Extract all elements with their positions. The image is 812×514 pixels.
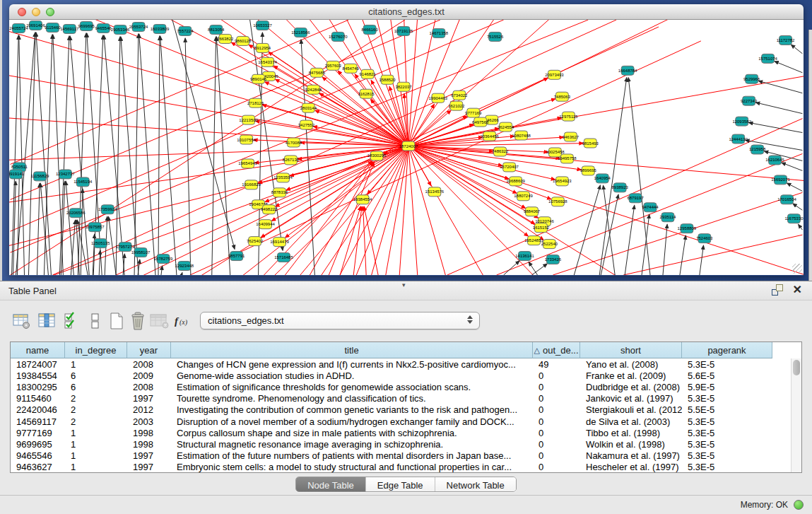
graph-edge[interactable] xyxy=(363,206,367,275)
cell-title[interactable]: Structural magnetic resonance image aver… xyxy=(171,438,533,450)
graph-node[interactable]: 16210645 xyxy=(765,156,784,165)
graph-node[interactable]: 11545194 xyxy=(73,177,93,187)
column-header[interactable]: pagerank xyxy=(682,342,772,358)
graph-edge[interactable] xyxy=(19,35,25,275)
graph-node[interactable]: 19495758 xyxy=(558,154,577,163)
float-panel-icon[interactable] xyxy=(772,284,783,296)
graph-node[interactable]: 15716485 xyxy=(274,253,293,262)
graph-node[interactable]: 1621022 xyxy=(448,101,465,110)
graph-node[interactable]: 16914479 xyxy=(270,238,289,247)
graph-node[interactable]: 15134576 xyxy=(425,187,445,197)
graph-node[interactable]: 1588520 xyxy=(379,75,396,84)
cell-out_degree[interactable]: 0 xyxy=(533,370,580,381)
cell-out_degree[interactable]: 0 xyxy=(533,393,580,404)
cell-title[interactable]: Disruption of a novel member of a sodium… xyxy=(171,416,533,427)
graph-node[interactable]: 9857791 xyxy=(228,252,245,261)
graph-node[interactable]: 7557224 xyxy=(177,26,194,35)
cell-name[interactable]: 9777169 xyxy=(11,427,65,438)
graph-node[interactable]: 9465546 xyxy=(95,23,112,33)
graph-edge[interactable] xyxy=(158,36,160,275)
graph-edge[interactable] xyxy=(604,185,616,275)
graph-node[interactable]: 14569117 xyxy=(60,24,79,33)
table-row[interactable]: 1456911722003Disruption of a novel membe… xyxy=(11,416,801,427)
new-table-icon[interactable] xyxy=(106,310,127,332)
graph-node[interactable]: 2522540 xyxy=(541,240,558,249)
graph-edge[interactable] xyxy=(798,224,802,230)
close-panel-icon[interactable]: ✕ xyxy=(793,284,802,296)
network-table-selector[interactable]: citations_edges.txt xyxy=(200,312,480,329)
scrollbar-thumb[interactable] xyxy=(793,360,800,375)
cell-short[interactable]: Stergiakouli et al. (2012) xyxy=(580,404,682,416)
cell-name[interactable]: 18724007 xyxy=(11,358,65,370)
cell-name[interactable]: 18300295 xyxy=(11,381,65,392)
table-row[interactable]: 977716911998Corpus callosum shape and si… xyxy=(11,427,801,438)
graph-node[interactable]: 29053346 xyxy=(111,25,130,34)
graph-node[interactable]: 3427552 xyxy=(298,120,315,129)
graph-edge[interactable] xyxy=(18,174,20,275)
graph-edge[interactable] xyxy=(787,183,802,191)
graph-node[interactable]: 12958809 xyxy=(678,224,697,233)
graph-node[interactable]: 12093582 xyxy=(732,117,751,126)
splitter-handle-icon[interactable]: ▾ xyxy=(402,281,406,288)
graph-edge[interactable] xyxy=(758,81,802,93)
graph-edge[interactable] xyxy=(628,78,650,275)
cell-pagerank[interactable]: 5.3E-5 xyxy=(682,427,772,438)
tab-node-table[interactable]: Node Table xyxy=(296,477,366,492)
cell-title[interactable]: Estimation of the future numbers of pati… xyxy=(171,450,533,462)
graph-node[interactable]: 12444130 xyxy=(729,134,748,144)
graph-node[interactable]: 9463627 xyxy=(563,132,579,141)
graph-edge[interactable] xyxy=(700,245,704,275)
graph-edge[interactable] xyxy=(59,36,69,275)
graph-edge[interactable] xyxy=(532,264,548,275)
cell-name[interactable]: 9699695 xyxy=(11,438,65,450)
cell-title[interactable]: Investigating the contribution of common… xyxy=(171,404,533,416)
graph-node[interactable]: 16648784 xyxy=(618,66,637,75)
graph-node[interactable]: 12342737 xyxy=(56,170,75,179)
graph-node[interactable]: 9242848 xyxy=(305,85,322,94)
graph-edge[interactable] xyxy=(408,146,804,233)
graph-node[interactable]: 16033809 xyxy=(151,24,170,33)
cell-title[interactable]: Tourette syndrome. Phenomenology and cla… xyxy=(171,393,533,404)
delete-rows-icon[interactable] xyxy=(127,310,148,332)
show-columns-icon[interactable] xyxy=(37,310,58,332)
graph-node[interactable]: 11172782 xyxy=(777,35,795,45)
graph-node[interactable]: 14671358 xyxy=(430,28,449,37)
cell-name[interactable]: 9463627 xyxy=(11,462,65,473)
graph-node[interactable]: 12975115 xyxy=(559,112,578,121)
graph-node[interactable]: 19654943 xyxy=(238,159,257,168)
graph-edge[interactable] xyxy=(338,71,408,146)
graph-node[interactable]: 10807488 xyxy=(512,131,531,140)
graph-node[interactable]: 8813054 xyxy=(208,25,225,34)
graph-edge[interactable] xyxy=(782,163,803,170)
cell-out_degree[interactable]: 0 xyxy=(533,438,580,450)
graph-edge[interactable] xyxy=(408,20,778,146)
graph-edge[interactable] xyxy=(748,122,802,132)
cell-out_degree[interactable]: 0 xyxy=(533,450,580,462)
cell-out_degree[interactable]: 0 xyxy=(533,427,580,438)
cell-pagerank[interactable]: 5.3E-5 xyxy=(682,462,772,473)
graph-node[interactable]: 3624554 xyxy=(498,122,514,132)
table-settings-icon[interactable] xyxy=(11,310,33,332)
graph-edge[interactable] xyxy=(755,103,802,114)
graph-node[interactable]: 9860128 xyxy=(235,36,252,45)
cell-name[interactable]: 9115460 xyxy=(11,393,65,404)
graph-node[interactable]: 19384554 xyxy=(353,195,372,204)
network-graph[interactable]: 1872400718300295193845541513457676638229… xyxy=(9,20,804,275)
cell-year[interactable]: 2003 xyxy=(127,416,171,427)
cell-title[interactable]: Changes of HCN gene expression and I(f) … xyxy=(171,358,533,370)
table-row[interactable]: 1830029562008Estimation of significance … xyxy=(11,381,801,392)
graph-edge[interactable] xyxy=(70,36,89,275)
cell-pagerank[interactable]: 5.9E-5 xyxy=(682,381,772,392)
graph-edge[interactable] xyxy=(574,185,600,275)
graph-edge[interactable] xyxy=(791,45,802,54)
cell-title[interactable]: Corpus callosum shape and size in male p… xyxy=(171,427,533,438)
graph-node[interactable]: 4170084 xyxy=(286,138,302,147)
graph-node[interactable]: 11156829 xyxy=(31,172,49,181)
graph-node[interactable]: 8878334 xyxy=(271,188,288,197)
graph-node[interactable]: 3919141 xyxy=(9,170,25,179)
cell-year[interactable]: 1998 xyxy=(127,427,171,438)
graph-node[interactable]: 20691406 xyxy=(26,21,45,30)
cell-out_degree[interactable]: 0 xyxy=(533,462,580,473)
function-builder-icon[interactable]: f(x) xyxy=(173,310,194,332)
select-rows-icon[interactable] xyxy=(61,310,82,332)
